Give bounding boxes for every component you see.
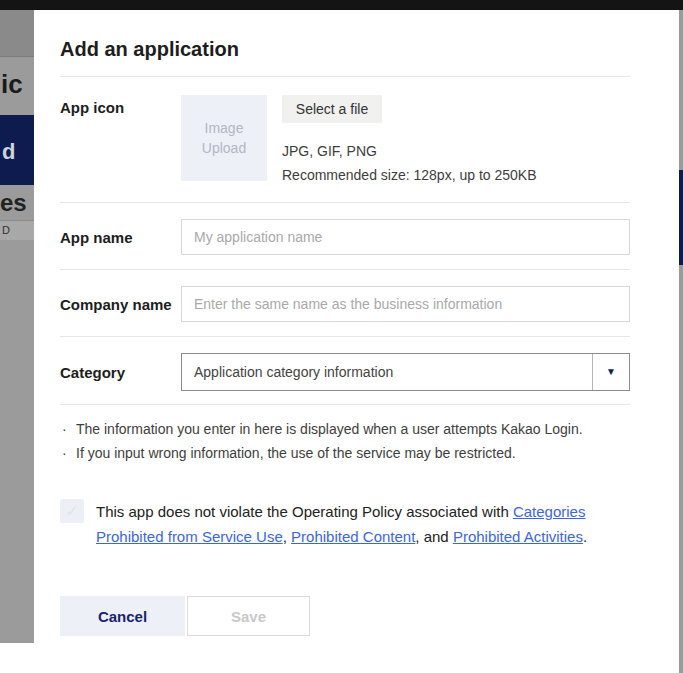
app-name-input[interactable] [181,219,630,255]
link-prohibited-activities[interactable]: Prohibited Activities [453,528,583,545]
category-label: Category [60,353,181,383]
category-selected-value: Application category information [182,354,592,390]
policy-text: This app does not violate the Operating … [96,499,622,549]
policy-text-segment: This app does not violate the Operating … [96,503,513,520]
company-name-row: Company name [60,270,630,336]
bullet-icon: · [62,417,76,441]
background-top-bar [0,0,683,10]
app-icon-label: App icon [60,95,181,118]
upload-formats: JPG, GIF, PNG [282,139,537,163]
note-item: · The information you enter in here is d… [62,417,630,441]
note-item: · If you input wrong information, the us… [62,441,630,465]
policy-agreement: ✓ This app does not violate the Operatin… [60,499,630,549]
background-navy-banner [679,170,683,265]
background-navy-banner: d [0,115,34,185]
save-button[interactable]: Save [187,596,310,636]
background-text-fragment: d [2,139,15,165]
background-segment: es [0,185,34,220]
bullet-icon: · [62,441,76,465]
upload-details: Select a file JPG, GIF, PNG Recommended … [282,95,537,187]
policy-checkbox[interactable]: ✓ [60,499,84,523]
app-icon-row: App icon Image Upload Select a file JPG,… [60,77,630,202]
background-text-fragment: es [0,189,27,217]
background-segment: ic [0,57,34,115]
category-caret-box: ▼ [592,354,629,390]
background-segment [0,10,34,57]
link-prohibited-content[interactable]: Prohibited Content [291,528,415,545]
background-left-sliver: ic d es D [0,10,34,673]
category-select[interactable]: Application category information ▼ [181,353,630,391]
note-text: The information you enter in here is dis… [76,417,583,441]
company-name-label: Company name [60,286,181,315]
background-segment: D [0,220,34,240]
app-name-label: App name [60,219,181,248]
background-segment [679,265,683,673]
company-name-input[interactable] [181,286,630,322]
app-name-row: App name [60,203,630,269]
upload-recommendation: Recommended size: 128px, up to 250KB [282,163,537,187]
background-segment [0,240,34,643]
policy-text-segment: , and [415,528,453,545]
add-application-modal: Add an application App icon Image Upload… [34,10,679,673]
notes-list: · The information you enter in here is d… [60,405,630,465]
category-row: Category Application category informatio… [60,337,630,404]
background-text-fragment: ic [1,69,23,100]
background-text-fragment: D [2,224,10,236]
policy-text-segment: , [283,528,291,545]
checkmark-icon: ✓ [66,502,79,520]
background-segment [0,643,34,673]
background-right-sliver [679,10,683,673]
background-segment [679,10,683,170]
image-upload-dropzone[interactable]: Image Upload [181,95,267,181]
upload-hint: JPG, GIF, PNG Recommended size: 128px, u… [282,139,537,187]
policy-text-segment: . [583,528,587,545]
modal-actions: Cancel Save [60,596,630,636]
note-text: If you input wrong information, the use … [76,441,516,465]
modal-title: Add an application [60,38,630,61]
cancel-button[interactable]: Cancel [60,596,185,636]
chevron-down-icon: ▼ [606,367,616,377]
select-file-button[interactable]: Select a file [282,95,382,123]
